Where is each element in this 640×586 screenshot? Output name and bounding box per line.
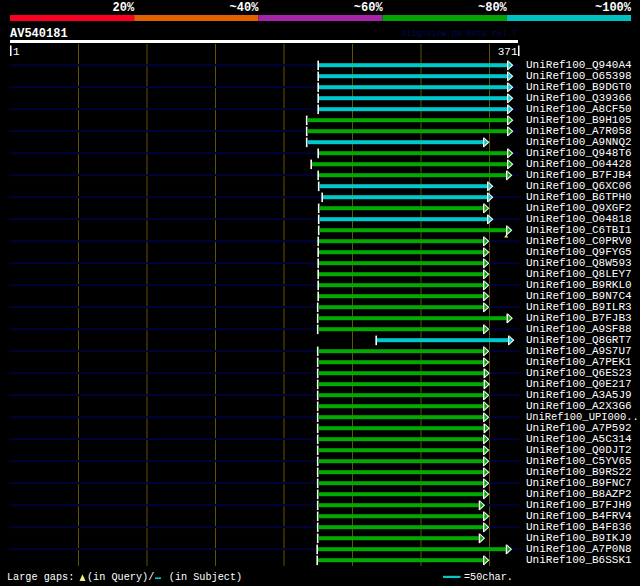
- svg-text:~80%: ~80%: [478, 1, 508, 15]
- svg-text:~100%: ~100%: [595, 1, 632, 15]
- svg-text:Large gaps:: Large gaps:: [7, 572, 74, 583]
- svg-text:1: 1: [13, 46, 20, 58]
- svg-text:~40%: ~40%: [230, 1, 260, 15]
- svg-text:(in Subject): (in Subject): [169, 572, 242, 583]
- svg-text:AlignView.pm Beta rel.7: AlignView.pm Beta rel.7: [401, 29, 517, 39]
- svg-text:=50char.: =50char.: [464, 572, 513, 583]
- svg-text:(in Query)/: (in Query)/: [87, 572, 154, 583]
- svg-text:UniRef100_B6SSK1: UniRef100_B6SSK1: [526, 554, 632, 566]
- svg-text:371: 371: [498, 46, 518, 58]
- svg-text:AV540181: AV540181: [10, 27, 68, 41]
- svg-text:~60%: ~60%: [354, 1, 384, 15]
- svg-text:20%: 20%: [113, 1, 135, 15]
